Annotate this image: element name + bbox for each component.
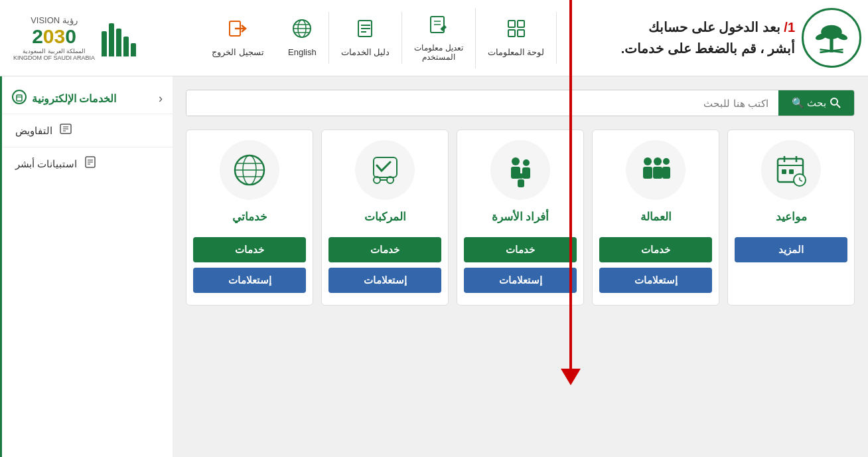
vehicles-title: المركبات (364, 210, 406, 224)
search-icon (830, 98, 841, 108)
appointments-more-button[interactable]: المزيد (735, 237, 847, 262)
vision-sub: المملكة العربية السعودية KINGDOM OF SAUD… (13, 48, 95, 61)
dashboard-icon (506, 19, 526, 43)
sidebar-item-negotiations[interactable]: التفاويض (2, 114, 173, 147)
search-button[interactable]: بحث 🔍 (778, 90, 854, 116)
card-labor: العمالة خدمات إستعلامات (592, 130, 719, 306)
cards-row: خدماتي خدمات إستعلامات (186, 130, 855, 306)
edit-user-nav-item[interactable]: تعديل معلومات المستخدم (402, 8, 475, 68)
family-icon (502, 152, 539, 189)
svg-line-29 (837, 104, 840, 108)
svg-rect-56 (789, 169, 794, 174)
main-content: بحث 🔍 خ (0, 76, 868, 457)
sidebar-title: الخدمات الإلكترونية (32, 92, 116, 105)
sidebar-title-group: الخدمات الإلكترونية (12, 90, 116, 107)
labor-title: العمالة (640, 210, 672, 224)
logout-icon (228, 19, 248, 43)
logo (802, 8, 861, 68)
labor-icon-circle (626, 140, 686, 200)
bar5 (102, 31, 107, 56)
vision-text-block: رؤية VISION 2030 المملكة العربية السعودي… (13, 15, 95, 61)
family-services-button[interactable]: خدمات (464, 237, 577, 262)
negotiations-label: التفاويض (15, 125, 52, 137)
sidebar-title-icon (12, 90, 27, 107)
family-inquiries-button[interactable]: إستعلامات (464, 268, 577, 293)
appointments-title: مواعيد (776, 210, 807, 224)
search-input[interactable] (186, 91, 778, 116)
logout-nav-item[interactable]: تسجيل الخروج (200, 12, 276, 64)
vehicles-icon-circle (355, 140, 415, 200)
my-services-inquiries-button[interactable]: إستعلامات (193, 268, 306, 293)
vision-logo: رؤية VISION 2030 المملكة العربية السعودي… (13, 15, 136, 61)
svg-rect-46 (643, 167, 652, 179)
search-btn-label: بحث 🔍 (792, 97, 826, 109)
vision-title: رؤية VISION (13, 15, 95, 25)
edit-user-label: تعديل معلومات المستخدم (414, 43, 463, 62)
svg-rect-42 (522, 167, 530, 179)
bar1 (131, 43, 136, 56)
services-guide-label: دليل الخدمات (341, 47, 390, 57)
card-appointments: مواعيد المزيد (727, 130, 855, 306)
vision-bars (102, 20, 136, 56)
vehicles-services-button[interactable]: خدمات (328, 237, 441, 262)
svg-rect-55 (782, 169, 786, 174)
svg-rect-24 (518, 30, 524, 37)
labor-services-button[interactable]: خدمات (599, 237, 712, 262)
family-title: أفراد الأسرة (492, 210, 549, 224)
nav-icons: تسجيل الخروج English (200, 8, 557, 68)
vehicles-icon (367, 152, 403, 189)
bar2 (123, 37, 129, 56)
sidebar: ‹ الخدمات الإلكترونية (0, 76, 173, 457)
svg-point-49 (663, 158, 670, 165)
svg-rect-61 (17, 95, 22, 101)
card-vehicles: المركبات خدمات إستعلامات (321, 130, 449, 306)
instruction-text: 1/ بعد الدخول على حسابك أبشر ، قم بالضغط… (621, 17, 795, 59)
labor-icon (638, 152, 674, 189)
svg-rect-23 (508, 30, 515, 37)
svg-point-41 (523, 159, 530, 166)
svg-rect-50 (662, 167, 670, 179)
absher-surveys-label: استبيانات أبشر (15, 158, 77, 170)
appointments-icon-circle (761, 140, 821, 200)
family-icon-circle (490, 140, 550, 200)
card-my-services: خدماتي خدمات إستعلامات (186, 130, 313, 306)
english-nav-item[interactable]: English (276, 12, 329, 64)
labor-inquiries-button[interactable]: إستعلامات (599, 268, 712, 293)
sidebar-chevron-icon[interactable]: ‹ (159, 92, 163, 106)
english-label: English (288, 47, 317, 57)
center-content: بحث 🔍 خ (173, 76, 868, 457)
sidebar-header: ‹ الخدمات الإلكترونية (2, 83, 173, 114)
header: 1/ بعد الدخول على حسابك أبشر ، قم بالضغط… (0, 0, 868, 76)
svg-rect-44 (518, 179, 524, 187)
my-services-icon-circle (220, 140, 279, 200)
my-services-services-button[interactable]: خدمات (193, 237, 306, 262)
search-bar: بحث 🔍 (186, 90, 855, 116)
my-services-icon (233, 153, 266, 187)
card-family: أفراد الأسرة خدمات إستعلامات (457, 130, 584, 306)
svg-rect-21 (508, 21, 515, 27)
sidebar-item-absher-surveys[interactable]: استبيانات أبشر (2, 147, 173, 180)
dashboard-label: لوحة المعلومات (488, 47, 545, 57)
language-icon (292, 19, 312, 43)
header-left: 1/ بعد الدخول على حسابك أبشر ، قم بالضغط… (621, 8, 861, 68)
svg-rect-48 (653, 167, 662, 179)
bar3 (116, 29, 121, 56)
vehicles-inquiries-button[interactable]: إستعلامات (328, 268, 441, 293)
services-guide-icon (356, 19, 376, 43)
svg-point-47 (654, 157, 662, 165)
svg-point-43 (518, 173, 524, 179)
services-guide-nav-item[interactable]: دليل الخدمات (329, 12, 403, 64)
absher-surveys-icon (84, 155, 97, 172)
logout-label: تسجيل الخروج (212, 47, 264, 57)
vision-2030: 2030 (13, 25, 95, 48)
my-services-title: خدماتي (232, 210, 267, 224)
svg-point-39 (512, 157, 520, 165)
appointments-icon (773, 152, 810, 189)
svg-rect-22 (518, 21, 524, 27)
negotiations-icon (59, 122, 72, 139)
emblem-svg (808, 15, 855, 61)
dashboard-nav-item[interactable]: لوحة المعلومات (476, 12, 557, 64)
bar4 (109, 23, 114, 56)
edit-user-icon (429, 15, 449, 39)
svg-point-28 (831, 98, 837, 105)
